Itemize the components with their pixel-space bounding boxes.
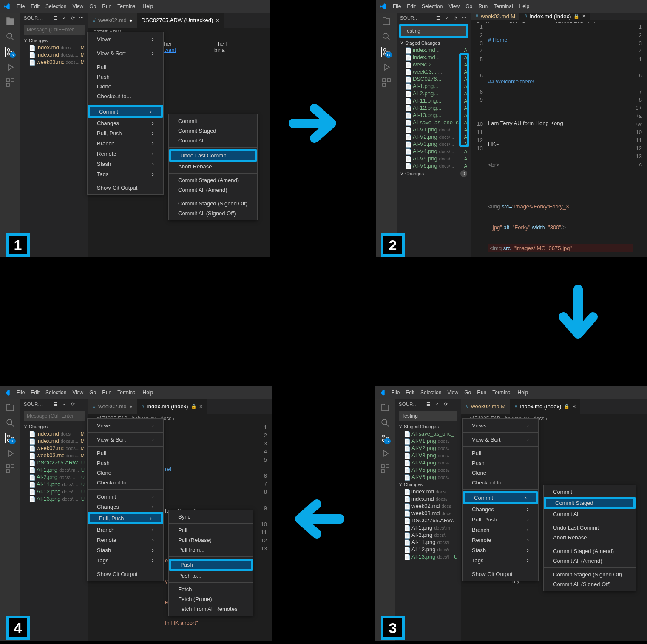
file-item[interactable]: 📄AI-V6.pngdocs\...A bbox=[397, 162, 471, 169]
tab-week02[interactable]: #week02.md M bbox=[461, 399, 510, 414]
file-item[interactable]: 📄AI-V1.pngdocs\...A bbox=[397, 126, 471, 133]
file-item[interactable]: 📄week03.mddocs...M bbox=[20, 452, 88, 459]
file-item[interactable]: 📄AI-V1.pngdocs\ bbox=[395, 437, 461, 445]
menu-tags[interactable]: Tags bbox=[88, 169, 163, 179]
file-item[interactable]: 📄AI-V4.pngdocs\ bbox=[395, 459, 461, 466]
file-item[interactable]: 📄AI-13.pngdocs\i...U bbox=[20, 495, 88, 502]
file-item[interactable]: 📄AI-1.pngdocs\im...U bbox=[20, 466, 88, 473]
file-item[interactable]: 📄AI-V5.pngdocs\...A bbox=[397, 155, 471, 162]
tab-index[interactable]: #index.md (Index)🔒× bbox=[510, 399, 580, 414]
commit-message-input[interactable] bbox=[24, 25, 85, 35]
file-item[interactable]: 📄week03.mddocs...M bbox=[20, 58, 88, 66]
submenu-commit-all-amend[interactable]: Commit All (Amend) bbox=[169, 185, 257, 195]
submenu-commit-staged-signed[interactable]: Commit Staged (Signed Off) bbox=[169, 199, 257, 208]
explorer-icon[interactable] bbox=[380, 402, 390, 413]
more-icon[interactable]: ⋯ bbox=[78, 14, 85, 21]
file-item[interactable]: 📄AI-2.pngdocs\i...U bbox=[20, 473, 88, 481]
extensions-icon[interactable] bbox=[5, 464, 15, 474]
debug-icon[interactable] bbox=[380, 448, 390, 459]
tab-week02[interactable]: #week02.md● bbox=[88, 399, 137, 414]
menu-remote[interactable]: Remote bbox=[88, 148, 163, 159]
scm-icon[interactable]: 3 bbox=[5, 47, 15, 57]
submenu-undo-last[interactable]: Undo Last Commit bbox=[169, 149, 257, 162]
file-item[interactable]: 📄index.mddocsM bbox=[20, 430, 88, 437]
commit-message-input[interactable] bbox=[24, 411, 85, 421]
refresh-icon[interactable]: ⟳ bbox=[69, 14, 76, 21]
file-item[interactable]: 📄AI-V5.pngdocs\ bbox=[395, 466, 461, 473]
submenu-commit-staged[interactable]: Commit Staged bbox=[544, 497, 636, 509]
menu-file[interactable]: File bbox=[14, 3, 28, 9]
file-item[interactable]: 📄index.mddocs\ bbox=[395, 495, 461, 502]
file-item[interactable]: 📄index.mddocs\a...M bbox=[20, 51, 88, 58]
file-item[interactable]: 📄week02.mddocs bbox=[395, 502, 461, 510]
tree-icon[interactable]: ☰ bbox=[52, 14, 59, 21]
menu-branch[interactable]: Branch bbox=[88, 138, 163, 148]
explorer-icon[interactable] bbox=[381, 16, 392, 26]
file-item[interactable]: 📄DSC02765.ARW... bbox=[395, 517, 461, 524]
file-item[interactable]: 📄AI-11.pngdocs\i bbox=[395, 539, 461, 546]
tab-dsc[interactable]: DSC02765.ARW (Untracked)× bbox=[137, 13, 224, 28]
changes-section[interactable]: ∨Changes bbox=[395, 481, 461, 488]
file-item[interactable]: 📄week02.mddocs...M bbox=[20, 445, 88, 452]
menu-checkout[interactable]: Checkout to... bbox=[88, 91, 163, 101]
file-item[interactable]: 📄DSC02765.ARW...U bbox=[20, 459, 88, 466]
menu-commit[interactable]: Commit bbox=[88, 105, 163, 118]
file-item[interactable]: 📄AI-11.pngdocs\i...U bbox=[20, 481, 88, 488]
menu-stash[interactable]: Stash bbox=[88, 159, 163, 169]
file-item[interactable]: 📄AI-V3.pngdocs\ bbox=[395, 452, 461, 459]
file-item[interactable]: 📄AI-V6.pngdocs\ bbox=[395, 473, 461, 481]
search-icon[interactable] bbox=[5, 418, 15, 428]
file-item[interactable]: 📄AI-12.png...A bbox=[397, 104, 471, 111]
scm-icon[interactable]: 17 bbox=[380, 433, 390, 443]
file-item[interactable]: 📄AI-V2.pngdocs\...A bbox=[397, 133, 471, 140]
menu-show-git[interactable]: Show Git Output bbox=[88, 183, 163, 193]
menu-view[interactable]: View bbox=[69, 3, 86, 9]
file-item[interactable]: 📄AI-1.pngdocs\im bbox=[395, 524, 461, 531]
file-item[interactable]: 📄AI-12.pngdocs\i bbox=[395, 546, 461, 553]
file-item[interactable]: 📄DSC0276...A bbox=[397, 75, 471, 83]
menu-selection[interactable]: Selection bbox=[43, 3, 69, 9]
menu-changes[interactable]: Changes bbox=[88, 118, 163, 128]
search-icon[interactable] bbox=[5, 31, 15, 42]
file-item[interactable]: 📄week03......A bbox=[397, 68, 471, 75]
file-item[interactable]: 📄AI-2.png...A bbox=[397, 90, 471, 97]
file-item[interactable]: 📄week03.mddocs bbox=[395, 510, 461, 517]
menu-views[interactable]: Views bbox=[88, 34, 163, 44]
menu-run[interactable]: Run bbox=[99, 3, 114, 9]
file-item[interactable]: 📄AI-12.pngdocs\i...U bbox=[20, 488, 88, 495]
menu-edit[interactable]: Edit bbox=[28, 3, 43, 9]
scm-icon[interactable]: 17 bbox=[381, 47, 391, 57]
submenu-push[interactable]: Push bbox=[169, 559, 253, 571]
changes-section[interactable]: ∨Changes bbox=[20, 423, 88, 430]
changes-section[interactable]: ∨Changes0 bbox=[397, 169, 471, 178]
staged-section[interactable]: ∨Staged Changes bbox=[397, 39, 471, 46]
file-item[interactable]: 📄index.mddocs\a...M bbox=[20, 437, 88, 445]
extensions-icon[interactable] bbox=[5, 77, 15, 88]
file-item[interactable]: 📄index.mddocs bbox=[395, 488, 461, 495]
menu-push[interactable]: Push bbox=[88, 72, 163, 82]
debug-icon[interactable] bbox=[5, 62, 15, 72]
close-icon[interactable]: × bbox=[216, 17, 219, 24]
file-item[interactable]: 📄AI-11.png...A bbox=[397, 97, 471, 104]
submenu-commit-staged-amend[interactable]: Commit Staged (Amend) bbox=[169, 175, 257, 185]
submenu-commit-staged[interactable]: Commit Staged bbox=[169, 126, 257, 136]
explorer-icon[interactable] bbox=[5, 16, 15, 26]
extensions-icon[interactable] bbox=[381, 77, 392, 88]
commit-message-input[interactable] bbox=[401, 26, 466, 36]
file-item[interactable]: 📄index.mddocsM bbox=[20, 44, 88, 51]
menu-go[interactable]: Go bbox=[86, 3, 99, 9]
tab-week02[interactable]: #week02.md M bbox=[471, 13, 520, 20]
debug-icon[interactable] bbox=[381, 62, 392, 72]
search-icon[interactable] bbox=[381, 31, 392, 42]
file-item[interactable]: 📄index.md...A bbox=[397, 46, 471, 54]
submenu-commit-all[interactable]: Commit All bbox=[169, 136, 257, 145]
explorer-icon[interactable] bbox=[5, 402, 15, 413]
file-item[interactable]: 📄AI-V2.pngdocs\ bbox=[395, 445, 461, 452]
file-item[interactable]: 📄AI-13.pngdocs\iU bbox=[395, 553, 461, 560]
scm-icon[interactable]: 10 bbox=[5, 433, 15, 443]
check-icon[interactable]: ✓ bbox=[61, 14, 68, 21]
file-item[interactable]: 📄AI-2.pngdocs\i bbox=[395, 531, 461, 539]
file-item[interactable]: 📄AI-save_as_one_s...A bbox=[397, 119, 471, 126]
menu-commit[interactable]: Commit bbox=[463, 491, 538, 504]
menu-clone[interactable]: Clone bbox=[88, 82, 163, 91]
